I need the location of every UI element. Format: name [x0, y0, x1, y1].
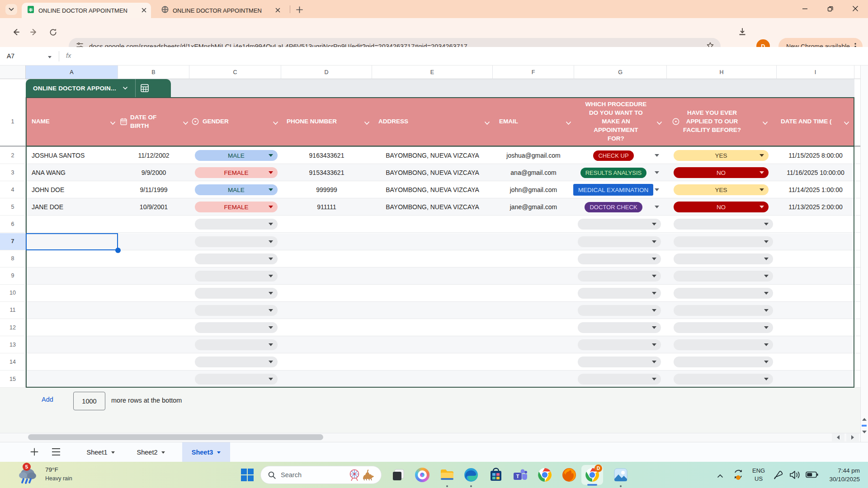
dropdown-triangle-icon[interactable] [764, 240, 769, 243]
column-filter-chevron-icon[interactable] [183, 119, 189, 127]
applied-chip-empty[interactable] [674, 236, 773, 247]
gender-chip-empty[interactable] [195, 339, 278, 350]
cell-email[interactable]: john@gmail.com [493, 181, 574, 198]
row-header-7[interactable]: 7 [0, 233, 26, 250]
row-header-8[interactable]: 8 [0, 250, 26, 267]
table-header-gender[interactable]: GENDER [192, 97, 229, 145]
cell-address[interactable]: BAYOMBONG, NUEVA VIZCAYA [372, 181, 493, 198]
firefox-icon[interactable] [561, 467, 577, 483]
row-header-13[interactable]: 13 [0, 336, 26, 353]
dropdown-triangle-icon[interactable] [269, 326, 273, 329]
cell-datetime[interactable]: 11/13/2025 2:00:00 [777, 198, 854, 216]
maximize-button[interactable] [817, 0, 843, 17]
column-header-B[interactable]: B [118, 66, 189, 79]
new-tab-button[interactable] [294, 4, 305, 15]
taskbar-search[interactable]: Search [260, 466, 382, 484]
photos-icon[interactable] [613, 467, 628, 483]
procedure-chip-empty[interactable] [578, 305, 661, 316]
procedure-chip-empty[interactable] [578, 271, 661, 282]
start-button[interactable] [241, 468, 254, 482]
column-header-G[interactable]: G [574, 66, 667, 79]
column-header-C[interactable]: C [189, 66, 281, 79]
procedure-chip-empty[interactable] [578, 374, 661, 385]
dropdown-triangle-icon[interactable] [269, 275, 273, 277]
column-filter-chevron-icon[interactable] [762, 119, 768, 127]
dropdown-triangle-icon[interactable] [269, 206, 273, 208]
column-header-E[interactable]: E [372, 66, 493, 79]
gender-chip[interactable]: MALE [195, 184, 278, 195]
cell-address[interactable]: BAYOMBONG, NUEVA VIZCAYA [372, 147, 493, 164]
dropdown-triangle-icon[interactable] [760, 206, 764, 208]
column-filter-chevron-icon[interactable] [656, 119, 662, 127]
dropdown-triangle-icon[interactable] [269, 188, 273, 191]
weather-icon[interactable]: 5 [17, 465, 41, 485]
dropdown-triangle-icon[interactable] [655, 171, 659, 174]
h-scrollbar-thumb[interactable] [28, 434, 323, 440]
language-indicator[interactable]: ENGUS [752, 467, 765, 483]
v-scroll-up-button[interactable] [860, 415, 868, 424]
gender-chip-empty[interactable] [195, 219, 278, 230]
column-header-H[interactable]: H [667, 66, 777, 79]
table-header-procedure[interactable]: WHICH PROCEDURE DO YOU WANT TO MAKE AN A… [579, 97, 653, 145]
sheet-tab-Sheet3[interactable]: Sheet3 [182, 442, 230, 462]
add-rows-button[interactable]: Add [42, 396, 53, 403]
procedure-chip[interactable]: MEDICAL EXAMINATION [573, 184, 653, 196]
v-scroll-down-button[interactable] [860, 427, 868, 436]
dropdown-triangle-icon[interactable] [269, 292, 273, 295]
tab-search-button[interactable] [5, 4, 17, 15]
cell-dob[interactable]: 10/9/2001 [118, 198, 189, 216]
dropdown-triangle-icon[interactable] [652, 258, 656, 260]
applied-chip-empty[interactable] [674, 357, 773, 367]
row-header-6[interactable]: 6 [0, 216, 26, 233]
dropdown-triangle-icon[interactable] [652, 292, 656, 295]
row-header-10[interactable]: 10 [0, 285, 26, 302]
row-header-3[interactable]: 3 [0, 164, 26, 181]
procedure-chip-empty[interactable] [578, 322, 661, 333]
row-count-input[interactable]: 1000 [73, 392, 105, 410]
gender-chip[interactable]: MALE [195, 150, 278, 161]
column-filter-chevron-icon[interactable] [566, 119, 571, 127]
gender-chip-empty[interactable] [195, 236, 278, 247]
applied-chip-empty[interactable] [674, 271, 773, 282]
row-header-4[interactable]: 4 [0, 181, 26, 198]
applied-chip-empty[interactable] [674, 339, 773, 350]
table-header-dob[interactable]: DATE OF BIRTH [120, 97, 156, 145]
dropdown-triangle-icon[interactable] [269, 361, 273, 363]
teams-icon[interactable]: T [513, 467, 528, 483]
cell-datetime[interactable]: 11/16/2025 10:00:00 [777, 164, 854, 181]
all-sheets-menu-icon[interactable] [52, 448, 61, 458]
table-name-chip[interactable]: ONLINE DOCTOR APPOIN... [26, 79, 171, 97]
tab-close-icon[interactable] [142, 6, 146, 14]
dropdown-triangle-icon[interactable] [760, 154, 764, 157]
table-header-applied[interactable]: HAVE YOU EVER APPLIED TO OUR FACILITY BE… [672, 97, 741, 145]
row-header-14[interactable]: 14 [0, 353, 26, 371]
dropdown-triangle-icon[interactable] [269, 223, 273, 225]
procedure-chip-empty[interactable] [578, 219, 661, 230]
row-header-5[interactable]: 5 [0, 198, 26, 216]
column-header-A[interactable]: A [26, 66, 118, 79]
dropdown-triangle-icon[interactable] [764, 343, 769, 346]
dropdown-triangle-icon[interactable] [652, 240, 656, 243]
row-header-11[interactable]: 11 [0, 302, 26, 319]
table-header-phone[interactable]: PHONE NUMBER [287, 97, 337, 145]
applied-chip-empty[interactable] [674, 374, 773, 385]
procedure-chip-empty[interactable] [578, 236, 661, 247]
cell-email[interactable]: joshua@gmail.com [493, 147, 574, 164]
cell-dob[interactable]: 9/11/1999 [118, 181, 189, 198]
gender-chip-empty[interactable] [195, 374, 278, 385]
column-header-F[interactable]: F [493, 66, 574, 79]
sheet-tab-Sheet1[interactable]: Sheet1 [76, 442, 126, 462]
close-window-button[interactable] [843, 0, 868, 17]
clock[interactable]: 7:44 pm30/10/2025 [829, 466, 860, 483]
gender-chip[interactable]: FEMALE [195, 202, 278, 212]
procedure-chip-empty[interactable] [578, 357, 661, 367]
table-grid-icon[interactable] [140, 84, 149, 93]
row-header-1[interactable]: 1 [0, 97, 26, 145]
applied-chip-empty[interactable] [674, 219, 773, 230]
dropdown-triangle-icon[interactable] [655, 206, 659, 208]
applied-chip-empty[interactable] [674, 322, 773, 333]
dropdown-triangle-icon[interactable] [652, 378, 656, 380]
column-filter-chevron-icon[interactable] [364, 119, 370, 127]
dropdown-triangle-icon[interactable] [764, 275, 769, 277]
row-header-15[interactable]: 15 [0, 371, 26, 388]
